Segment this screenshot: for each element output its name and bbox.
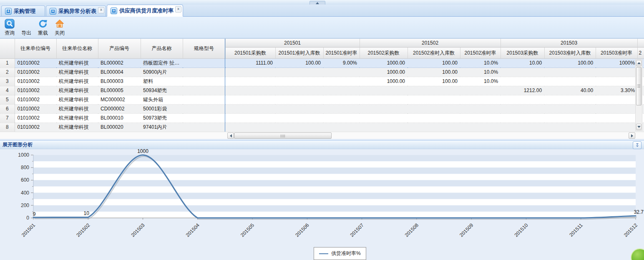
column-header[interactable]: 201501准时率 [323, 48, 360, 59]
cell [544, 95, 596, 105]
cell: 杭州建华科技 [56, 114, 98, 123]
grid-table-area: 往来单位编号往来单位名称产品编号产品名称规格型号2015012015022015… [0, 39, 644, 132]
row-number: 6 [0, 105, 15, 114]
column-header[interactable]: 产品名称 [141, 39, 183, 59]
cell [360, 105, 408, 114]
cell: BL000020 [98, 123, 141, 132]
scroll-left-button[interactable] [227, 132, 234, 139]
column-header[interactable]: 产品编号 [98, 39, 141, 59]
v-scrollbar-thumb[interactable] [636, 67, 641, 105]
column-header[interactable]: 201503采购数 [501, 48, 544, 59]
column-header[interactable]: 201502准时入库数 [408, 48, 460, 59]
cell [501, 114, 544, 123]
h-scrollbar-thumb[interactable] [234, 132, 332, 139]
tab-purchase-anomaly-analysis[interactable]: 采购异常分析表 x [46, 5, 106, 17]
table-row[interactable]: 601010002杭州建华科技CD00000250001彩袋 [0, 105, 644, 114]
cell: 1000.00 [360, 68, 408, 77]
export-button[interactable]: 导出 [19, 18, 33, 37]
form-plus-icon [5, 8, 12, 15]
arrow-up-icon [316, 2, 319, 4]
cell [501, 123, 544, 132]
column-header[interactable]: 201501准时入库数 [275, 48, 323, 59]
column-group-header: 201503 [501, 39, 637, 48]
cell [323, 95, 360, 105]
cell [360, 95, 408, 105]
column-header[interactable]: 201501采购数 [225, 48, 275, 59]
cell [460, 114, 501, 123]
table-row[interactable]: 801010002杭州建华科技BL00002097401内片 [0, 123, 644, 132]
column-header[interactable]: 往来单位编号 [15, 39, 56, 59]
cell: 01010002 [15, 86, 56, 95]
table-row[interactable]: 201010002杭州建华科技BL00000450900内片1000.00100… [0, 68, 644, 77]
cell [544, 123, 596, 132]
cell: 100.00 [408, 77, 460, 86]
cell [460, 123, 501, 132]
column-header[interactable]: 201502准时率 [460, 48, 501, 59]
cell: 1000% [596, 59, 637, 68]
cell: 1000.00 [360, 59, 408, 68]
table-row[interactable]: 501010002杭州建华科技MC000002罐头外箱 [0, 95, 644, 105]
scroll-down-button[interactable] [636, 124, 641, 130]
cell [408, 86, 460, 95]
table-row[interactable]: 101010002杭州建华科技BL000002挡板固定件 扯…1111.0010… [0, 59, 644, 68]
cell: 1000.00 [360, 77, 408, 86]
svg-text:201508: 201508 [404, 222, 420, 238]
horizontal-scrollbar[interactable] [0, 132, 644, 139]
cell [460, 95, 501, 105]
reload-button[interactable]: 重载 [36, 18, 50, 37]
cell [544, 105, 596, 114]
cell [183, 95, 225, 105]
column-header[interactable]: 201503准时入库数 [544, 48, 596, 59]
table-row[interactable]: 701010002杭州建华科技BL00001050973塑壳 [0, 114, 644, 123]
cell [225, 95, 275, 105]
svg-text:201507: 201507 [349, 222, 365, 238]
cell: 杭州建华科技 [56, 105, 98, 114]
cell: 01010002 [15, 77, 56, 86]
close-button[interactable]: 关闭 [53, 18, 67, 37]
cell: BL000005 [98, 86, 141, 95]
table-row[interactable]: 301010002杭州建华科技BL000003塑料1000.00100.0010… [0, 77, 644, 86]
cell: MC000002 [98, 95, 141, 105]
chevron-down-icon[interactable] [633, 141, 641, 149]
overflow-column-header[interactable]: 2 [637, 48, 644, 59]
vertical-scrollbar[interactable] [635, 59, 642, 131]
button-label: 重载 [38, 30, 48, 37]
column-header[interactable]: 201502采购数 [360, 48, 408, 59]
svg-text:201512: 201512 [623, 222, 639, 238]
column-header[interactable]: 201503准时率 [596, 48, 637, 59]
cell: 10.0% [460, 59, 501, 68]
svg-text:800: 800 [21, 165, 29, 170]
cell [275, 123, 323, 132]
tab-purchase-management[interactable]: 采购管理 [1, 5, 45, 17]
close-icon[interactable]: x [98, 7, 104, 13]
scroll-up-button[interactable] [636, 60, 641, 66]
cell: 100.00 [275, 59, 323, 68]
cell [323, 68, 360, 77]
tab-bar: 采购管理 采购异常分析表 x 供应商供货月度准时率 x [0, 5, 644, 17]
cell [360, 86, 408, 95]
cell [183, 68, 225, 77]
chart-legend[interactable]: 供货准时率% [314, 247, 366, 260]
cell [596, 114, 637, 123]
close-icon[interactable]: x [175, 6, 181, 12]
scroll-right-button[interactable] [629, 132, 635, 139]
cell: 01010002 [15, 95, 56, 105]
cell [596, 95, 637, 105]
row-number: 1 [0, 59, 15, 68]
cell [183, 59, 225, 68]
table-row[interactable]: 401010002杭州建华科技BL00000550934塑壳1212.0040.… [0, 86, 644, 95]
cell: 杭州建华科技 [56, 86, 98, 95]
svg-text:201501: 201501 [20, 222, 36, 238]
column-group-header: 201502 [360, 39, 501, 48]
home-icon [54, 18, 65, 29]
ontime-rate-line-chart: 0200400600800100020150120150220150320150… [0, 149, 644, 260]
tab-label: 采购异常分析表 [58, 8, 96, 15]
column-header[interactable]: 往来单位名称 [56, 39, 98, 59]
tab-label: 采购管理 [14, 8, 35, 15]
query-button[interactable]: 查询 [3, 18, 17, 37]
refresh-icon [38, 18, 48, 29]
cell: BL000002 [98, 59, 141, 68]
cell [596, 77, 637, 86]
column-header[interactable]: 规格型号 [183, 39, 225, 59]
tab-supplier-ontime-rate[interactable]: 供应商供货月度准时率 x [107, 5, 183, 17]
